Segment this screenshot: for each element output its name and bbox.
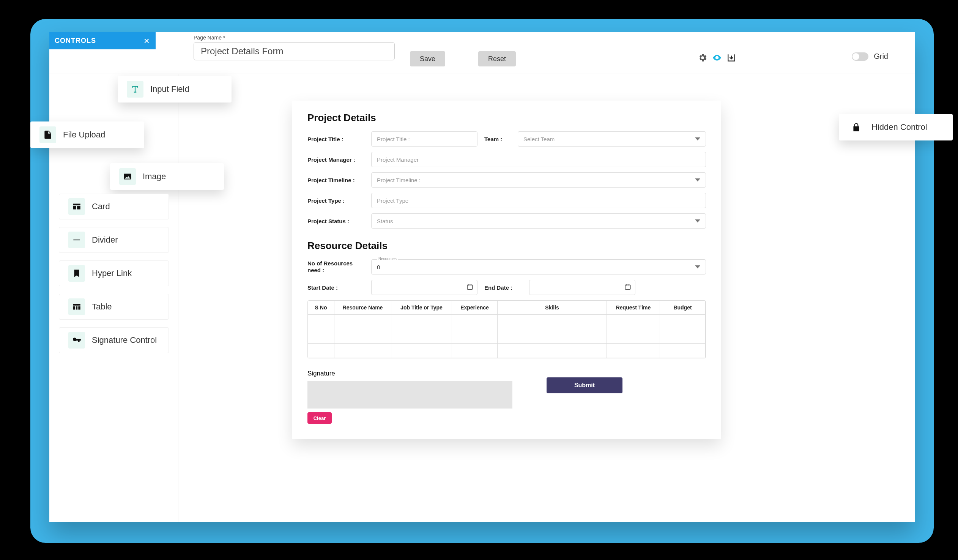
chip-label: Table	[92, 302, 112, 312]
row-project-type: Project Type : Project Type	[308, 193, 706, 208]
clear-button[interactable]: Clear	[308, 412, 332, 424]
th-skills: Skills	[498, 301, 607, 315]
row-project-manager: Project Manager : Project Manager	[308, 152, 706, 167]
card-icon	[68, 198, 85, 215]
chip-hidden-control[interactable]: Hidden Control	[839, 114, 953, 140]
table-header: S No Resource Name Job Title or Type Exp…	[308, 301, 706, 315]
file-upload-icon	[40, 127, 56, 143]
chip-label: Hidden Control	[871, 122, 927, 132]
grid-toggle-label: Grid	[874, 52, 888, 61]
input-project-type[interactable]: Project Type	[371, 193, 706, 208]
chip-label: Divider	[92, 235, 118, 245]
input-start-date[interactable]	[371, 280, 477, 295]
select-team[interactable]: Select Team	[518, 132, 706, 146]
label-project-title: Project Title :	[308, 136, 364, 142]
eye-icon[interactable]	[712, 53, 722, 63]
section-title-project-details: Project Details	[308, 112, 706, 124]
grid-toggle-group: Grid	[852, 52, 888, 61]
bookmark-icon	[68, 265, 85, 282]
input-project-title[interactable]: Project Title :	[371, 132, 477, 146]
header-bar: CONTROLS ✕ Page Name * Save Reset	[49, 32, 915, 74]
signature-label: Signature	[308, 370, 706, 378]
stage-background: CONTROLS ✕ Page Name * Save Reset	[30, 19, 934, 543]
chip-signature-control[interactable]: Signature Control	[59, 327, 169, 353]
key-icon	[68, 332, 85, 349]
label-start-date: Start Date :	[308, 284, 364, 291]
row-dates: Start Date : End Date :	[308, 280, 706, 295]
row-project-status: Project Status : Status	[308, 213, 706, 228]
label-project-timeline: Project Timeline :	[308, 177, 364, 183]
header-icons	[698, 53, 736, 63]
chip-file-upload[interactable]: File Upload	[30, 122, 144, 148]
page-name-group: Page Name *	[194, 35, 395, 60]
table-row	[308, 329, 706, 344]
chevron-down-icon	[695, 138, 700, 140]
input-project-manager[interactable]: Project Manager	[371, 152, 706, 167]
calendar-icon	[624, 284, 631, 292]
input-end-date[interactable]	[529, 280, 635, 295]
chevron-down-icon	[695, 178, 700, 181]
grid-toggle[interactable]	[852, 52, 868, 61]
gear-icon[interactable]	[698, 53, 707, 63]
th-exp: Experience	[452, 301, 498, 315]
th-sno: S No	[308, 301, 335, 315]
chip-label: Signature Control	[92, 335, 157, 345]
label-project-manager: Project Manager :	[308, 156, 364, 163]
chip-label: File Upload	[63, 130, 105, 140]
calendar-icon	[466, 284, 473, 292]
divider-icon	[68, 232, 85, 248]
th-rtime: Request Time	[607, 301, 660, 315]
label-team: Team :	[484, 136, 511, 142]
select-project-timeline[interactable]: Project Timeline :	[371, 172, 706, 187]
chip-table[interactable]: Table	[59, 294, 169, 320]
resources-table: S No Resource Name Job Title or Type Exp…	[308, 300, 706, 359]
label-resources-need: No of Resources need :	[308, 260, 364, 274]
chip-divider[interactable]: Divider	[59, 227, 169, 253]
chip-hyperlink[interactable]: Hyper Link	[59, 260, 169, 286]
text-icon	[127, 81, 143, 98]
close-icon[interactable]: ✕	[143, 36, 150, 46]
lock-icon	[848, 119, 864, 136]
chip-input-field[interactable]: Input Field	[118, 76, 232, 103]
label-end-date: End Date :	[484, 284, 522, 291]
row-project-timeline: Project Timeline : Project Timeline :	[308, 172, 706, 187]
controls-panel-title: CONTROLS	[55, 37, 96, 45]
submit-button[interactable]: Submit	[547, 378, 622, 393]
svg-rect-1	[625, 285, 630, 289]
section-title-resource-details: Resource Details	[308, 240, 706, 252]
chip-label: Card	[92, 201, 110, 211]
chevron-down-icon	[695, 265, 700, 268]
th-rname: Resource Name	[335, 301, 391, 315]
label-project-status: Project Status :	[308, 218, 364, 224]
image-icon	[119, 168, 136, 185]
download-icon[interactable]	[726, 53, 736, 63]
table-row	[308, 315, 706, 329]
select-resources-need[interactable]: Resources 0	[371, 259, 706, 274]
table-icon	[68, 298, 85, 315]
signature-pad[interactable]	[308, 381, 512, 409]
page-name-label: Page Name *	[194, 35, 395, 41]
chip-label: Input Field	[150, 84, 189, 94]
row-resources-need: No of Resources need : Resources 0	[308, 259, 706, 274]
label-project-type: Project Type :	[308, 197, 364, 204]
save-button[interactable]: Save	[410, 51, 445, 67]
chip-label: Hyper Link	[92, 268, 132, 278]
page-name-input[interactable]	[194, 42, 395, 60]
svg-rect-0	[467, 285, 473, 289]
select-project-status[interactable]: Status	[371, 213, 706, 228]
table-row	[308, 344, 706, 358]
row-project-title: Project Title : Project Title : Team : S…	[308, 132, 706, 146]
svg-rect-2	[73, 240, 80, 240]
form-canvas: Project Details Project Title : Project …	[292, 101, 721, 439]
chevron-down-icon	[695, 219, 700, 222]
th-budget: Budget	[660, 301, 706, 315]
chip-card[interactable]: Card	[59, 194, 169, 219]
app-window: CONTROLS ✕ Page Name * Save Reset	[49, 32, 915, 522]
chip-image[interactable]: Image	[110, 163, 224, 190]
th-job: Job Title or Type	[391, 301, 452, 315]
controls-panel-tab: CONTROLS ✕	[49, 32, 155, 49]
chip-label: Image	[143, 171, 166, 181]
reset-button[interactable]: Reset	[478, 51, 516, 67]
